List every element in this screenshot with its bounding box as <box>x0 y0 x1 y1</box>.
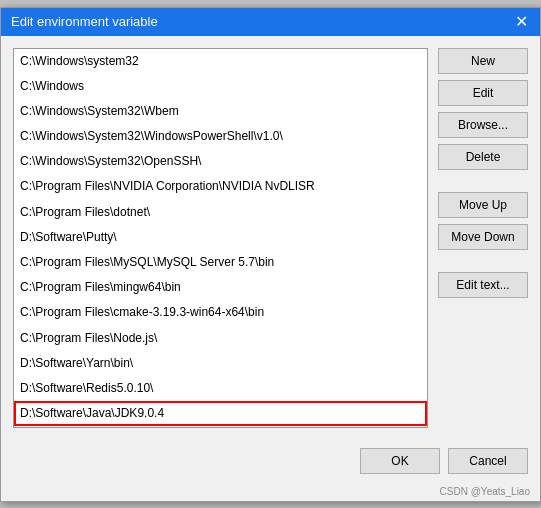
list-item[interactable]: D:\Software\Putty\ <box>14 225 427 250</box>
new-button[interactable]: New <box>438 48 528 74</box>
list-item[interactable]: C:\Program Files\dotnet\ <box>14 200 427 225</box>
list-item[interactable]: C:\Windows <box>14 74 427 99</box>
move-down-button[interactable]: Move Down <box>438 224 528 250</box>
list-item[interactable]: D:\Software\Java\JDK9.0.4 <box>14 401 427 426</box>
watermark: CSDN @Yeats_Liao <box>1 486 540 501</box>
ok-button[interactable]: OK <box>360 448 440 474</box>
list-item[interactable]: C:\Windows\System32\OpenSSH\ <box>14 149 427 174</box>
env-var-list[interactable]: C:\Windows\system32C:\WindowsC:\Windows\… <box>13 48 428 428</box>
move-up-button[interactable]: Move Up <box>438 192 528 218</box>
list-item[interactable]: \bin <box>14 426 427 427</box>
browse-button[interactable]: Browse... <box>438 112 528 138</box>
cancel-button[interactable]: Cancel <box>448 448 528 474</box>
action-buttons: New Edit Browse... Delete Move Up Move D… <box>438 48 528 428</box>
dialog-title: Edit environment variable <box>11 14 158 29</box>
dialog-body: C:\Windows\system32C:\WindowsC:\Windows\… <box>1 36 540 440</box>
edit-env-dialog: Edit environment variable ✕ C:\Windows\s… <box>0 7 541 502</box>
list-item[interactable]: C:\Windows\System32\WindowsPowerShell\v1… <box>14 124 427 149</box>
list-item[interactable]: D:\Software\Yarn\bin\ <box>14 351 427 376</box>
close-button[interactable]: ✕ <box>513 14 530 30</box>
list-item[interactable]: C:\Program Files\Node.js\ <box>14 326 427 351</box>
list-item[interactable]: D:\Software\Redis5.0.10\ <box>14 376 427 401</box>
edit-text-button[interactable]: Edit text... <box>438 272 528 298</box>
delete-button[interactable]: Delete <box>438 144 528 170</box>
title-bar: Edit environment variable ✕ <box>1 8 540 36</box>
dialog-footer: OK Cancel <box>1 440 540 486</box>
list-item[interactable]: C:\Windows\System32\Wbem <box>14 99 427 124</box>
list-item[interactable]: C:\Windows\system32 <box>14 49 427 74</box>
list-item[interactable]: C:\Program Files\MySQL\MySQL Server 5.7\… <box>14 250 427 275</box>
edit-button[interactable]: Edit <box>438 80 528 106</box>
list-item[interactable]: C:\Program Files\NVIDIA Corporation\NVID… <box>14 174 427 199</box>
list-item[interactable]: C:\Program Files\mingw64\bin <box>14 275 427 300</box>
list-item[interactable]: C:\Program Files\cmake-3.19.3-win64-x64\… <box>14 300 427 325</box>
